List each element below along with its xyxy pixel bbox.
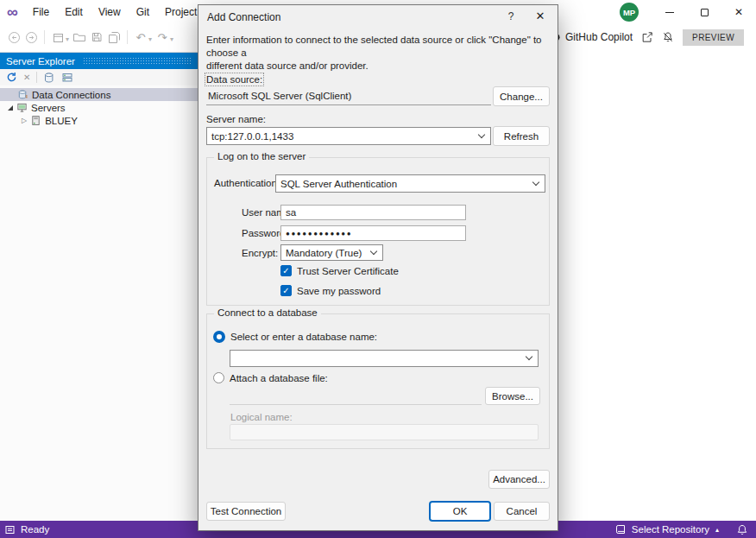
servers-icon <box>16 102 28 113</box>
github-copilot-button[interactable]: GitHub Copilot <box>546 30 633 45</box>
tree-item-servers[interactable]: Servers <box>0 101 198 114</box>
github-copilot-label: GitHub Copilot <box>565 31 633 43</box>
toolbar-separator <box>36 72 37 83</box>
database-group: Connect to a database Select or enter a … <box>206 313 550 449</box>
user-name-input[interactable]: sa <box>280 205 466 220</box>
refresh-button[interactable]: Refresh <box>493 126 550 146</box>
save-my-password-checkbox[interactable]: ✓ <box>280 285 292 296</box>
navigate-forward-icon[interactable] <box>23 29 39 45</box>
tree-item-bluey[interactable]: ▷ BLUEY <box>0 114 198 127</box>
save-all-icon[interactable] <box>106 29 122 45</box>
new-project-icon[interactable] <box>50 29 66 45</box>
server-name-combobox[interactable]: tcp:127.0.0.1,1433 <box>206 127 491 145</box>
open-folder-icon[interactable] <box>72 29 87 45</box>
minimize-button[interactable] <box>652 0 687 24</box>
save-password-row: ✓ Save my password <box>280 285 381 296</box>
stop-refresh-icon[interactable]: ✕ <box>23 73 30 82</box>
server-explorer-tree: Data Connections Servers ▷ BLUEY <box>0 85 198 127</box>
share-icon[interactable] <box>641 31 653 43</box>
chevron-down-icon[interactable] <box>370 247 377 254</box>
data-source-field: Microsoft SQL Server (SqlClient) <box>206 86 491 105</box>
change-button[interactable]: Change... <box>493 86 550 106</box>
browse-button[interactable]: Browse... <box>485 387 540 405</box>
server-explorer-header[interactable]: Server Explorer <box>0 53 198 69</box>
encrypt-value: Mandatory (True) <box>286 248 362 258</box>
ok-button[interactable]: OK <box>430 502 490 521</box>
tree-item-label: Data Connections <box>32 90 110 100</box>
authentication-combobox[interactable]: SQL Server Authentication <box>275 174 545 193</box>
chevron-down-icon[interactable] <box>478 130 485 137</box>
navigate-back-icon[interactable] <box>6 29 22 45</box>
database-name-combobox[interactable] <box>230 350 539 367</box>
test-connection-button[interactable]: Test Connection <box>206 502 286 521</box>
server-name-label: Server name: <box>206 114 266 124</box>
attach-database-file-radio[interactable] <box>213 372 224 383</box>
attach-file-input <box>230 388 482 405</box>
data-connections-icon <box>17 89 28 100</box>
data-source-value: Microsoft SQL Server (SqlClient) <box>208 91 351 101</box>
attach-database-file-label: Attach a database file: <box>230 373 328 383</box>
menu-item-file[interactable]: File <box>25 0 57 24</box>
redo-icon[interactable]: ↷ <box>154 29 170 45</box>
advanced-button[interactable]: Advanced... <box>488 470 550 489</box>
visual-studio-logo-icon: ∞ <box>7 0 18 24</box>
chevron-down-icon[interactable] <box>532 178 539 185</box>
preview-badge[interactable]: PREVIEW <box>683 29 744 46</box>
save-icon[interactable] <box>89 29 104 45</box>
add-connection-dialog: Add Connection ? ✕ Enter information to … <box>198 4 558 531</box>
trust-certificate-row: ✓ Trust Server Certificate <box>280 265 399 276</box>
trust-server-certificate-checkbox[interactable]: ✓ <box>280 265 292 276</box>
select-database-label: Select or enter a database name: <box>230 332 377 342</box>
tree-item-data-connections[interactable]: Data Connections <box>0 88 198 101</box>
dialog-close-button[interactable]: ✕ <box>532 9 548 22</box>
tree-item-label: BLUEY <box>45 116 78 126</box>
new-project-dropdown-icon[interactable]: ▾ <box>66 35 69 43</box>
notifications-disabled-icon[interactable] <box>662 31 674 43</box>
cancel-button[interactable]: Cancel <box>494 502 550 521</box>
logical-name-input <box>230 424 539 440</box>
select-database-radio-row: Select or enter a database name: <box>213 331 377 343</box>
server-explorer-toolbar: ✕ <box>0 69 198 85</box>
maximize-icon <box>701 9 709 16</box>
tree-item-label: Servers <box>31 103 66 113</box>
status-ready-label: Ready <box>21 524 49 535</box>
undo-dropdown-icon[interactable]: ▾ <box>148 35 152 43</box>
status-tasks-icon[interactable] <box>5 525 15 535</box>
connect-database-icon[interactable] <box>43 72 55 84</box>
password-input[interactable]: ●●●●●●●●●●●● <box>280 225 466 241</box>
menu-item-view[interactable]: View <box>91 0 129 24</box>
logon-group-title: Log on to the server <box>214 151 309 161</box>
encrypt-label: Encrypt: <box>242 248 278 258</box>
status-bar-right: Select Repository ▴ <box>615 524 747 535</box>
maximize-button[interactable] <box>687 0 721 24</box>
password-value: ●●●●●●●●●●●● <box>286 230 352 237</box>
window-controls: MP ✕ <box>620 0 756 24</box>
avatar[interactable]: MP <box>620 3 639 22</box>
connect-server-icon[interactable] <box>61 72 73 84</box>
expander-collapsed-icon[interactable]: ▷ <box>22 117 27 124</box>
server-explorer-panel: Server Explorer ✕ Data Connections Serve… <box>0 52 198 521</box>
logical-name-label: Logical name: <box>230 412 293 422</box>
repository-icon <box>615 524 626 535</box>
encrypt-combobox[interactable]: Mandatory (True) <box>280 244 383 261</box>
toolbar-right-group: GitHub Copilot PREVIEW <box>546 29 751 46</box>
attach-file-radio-row: Attach a database file: <box>213 372 328 383</box>
select-repository-button[interactable]: Select Repository <box>632 524 709 535</box>
select-database-radio[interactable] <box>213 331 225 343</box>
save-my-password-label: Save my password <box>297 286 381 296</box>
chevron-down-icon[interactable] <box>526 353 532 360</box>
notifications-bell-icon[interactable] <box>737 524 747 535</box>
menu-item-edit[interactable]: Edit <box>57 0 91 24</box>
refresh-icon[interactable] <box>6 72 17 83</box>
help-button[interactable]: ? <box>504 10 518 22</box>
authentication-value: SQL Server Authentication <box>280 179 397 189</box>
undo-icon[interactable]: ↶ <box>133 29 148 45</box>
dialog-title: Add Connection <box>207 11 280 23</box>
chevron-up-icon[interactable]: ▴ <box>715 526 719 534</box>
expander-expanded-icon[interactable] <box>8 105 13 111</box>
panel-drag-grip[interactable] <box>83 57 192 65</box>
menu-item-git[interactable]: Git <box>129 0 157 24</box>
redo-dropdown-icon[interactable]: ▾ <box>170 35 173 43</box>
server-explorer-title: Server Explorer <box>6 56 75 66</box>
close-window-button[interactable]: ✕ <box>721 0 756 24</box>
